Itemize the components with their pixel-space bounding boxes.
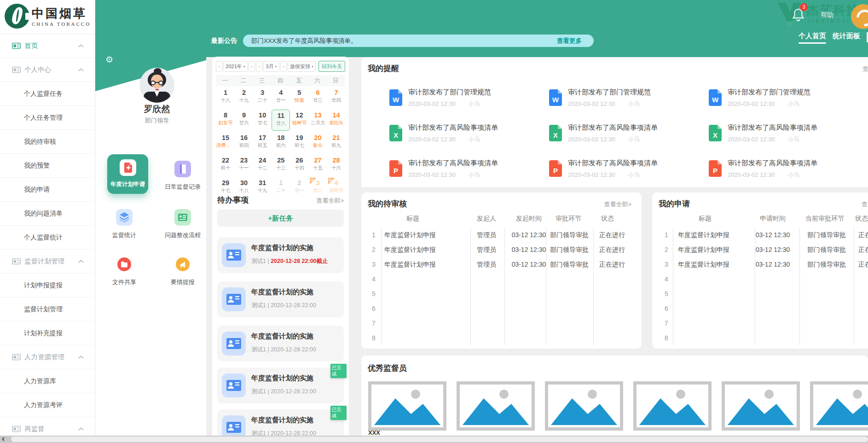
calendar-day-cell[interactable]: 14龙抬头 [327,110,346,131]
calendar-day-cell[interactable]: 17初五 [253,132,272,153]
supervisor-photo[interactable] [368,381,446,431]
sidebar-item-4[interactable]: 我的待审核 [0,130,95,154]
table-row[interactable]: 8 [652,331,868,345]
sidebar-item-6[interactable]: 我的申请 [0,178,95,202]
shortcut-doc-red[interactable]: 年度计划申请 [107,154,148,194]
calendar-day-cell[interactable]: 9廿六 [235,110,253,131]
calendar-day-cell[interactable]: 13二月大 [309,110,327,131]
applications-view-all-link[interactable]: 查看全部 [862,200,868,209]
table-row[interactable]: 4 [361,272,642,286]
calendar-holiday-select[interactable]: 放假安排▾ [288,61,316,72]
table-row[interactable]: 6 [361,301,642,316]
user-avatar[interactable] [139,68,174,103]
shortcut-layers-blue[interactable]: 监督统计 [97,209,152,239]
calendar-day-cell[interactable]: 23十一 [235,155,253,176]
reminder-item[interactable]: P审计部发布了高风险事项清单2020-03-02 12:30小马 [707,159,859,183]
calendar-month-select[interactable]: 3月▾ [263,61,279,72]
supervisor-photo[interactable] [633,381,712,431]
chevron-up-icon[interactable] [78,427,84,431]
calendar-day-cell[interactable]: 18初六 [272,132,290,153]
calendar-today-button[interactable]: 回到今天 [318,61,345,72]
calendar-next-year-button[interactable]: › [249,61,255,72]
todo-card[interactable]: 年度监督计划的实施测试1 | 2020-12-28 22:00截止 [217,237,344,273]
calendar-day-cell[interactable]: 12植树节 [290,110,308,131]
sidebar-item-11[interactable]: 监督计划管理 [0,297,95,321]
supervisor-photo[interactable] [810,381,868,431]
sidebar-item-8[interactable]: 个人监督统计 [0,226,95,250]
reminder-item[interactable]: X审计部发布了高风险事项清单2020-03-02 12:30小马 [548,123,700,147]
supervisor-photo[interactable] [545,381,623,431]
chevron-up-icon[interactable] [78,68,84,71]
calendar-day-cell[interactable]: 27十五 [309,155,327,176]
calendar-day-cell[interactable]: 22初十 [216,155,235,176]
chevron-up-icon[interactable] [78,44,84,47]
table-row[interactable]: 2年度监督计划申报03-12 12:30部门领导审批正在进行 [652,242,868,257]
calendar-prev-month-button[interactable]: ‹ [256,61,262,72]
table-row[interactable]: 2年度监督计划申报管理员03-12 12:30部门领导审批正在进行 [361,242,642,257]
calendar-day-cell[interactable]: 11廿八 [272,110,290,131]
reminder-item[interactable]: P审计部发布了高风险事项清单2020-03-02 12:30小马 [388,159,540,183]
calendar-day-cell[interactable]: 10廿七 [253,110,272,131]
chevron-up-icon[interactable] [78,260,84,263]
shortcut-card-green[interactable]: 问题整改流程 [155,209,210,239]
shortcut-report-yellow[interactable]: 要情提报 [155,256,210,286]
calendar-day-cell[interactable]: 20春分 [309,132,327,153]
sidebar-item-3[interactable]: 个人任务管理 [0,106,95,130]
sidebar-item-14[interactable]: 人力资源库 [0,369,95,393]
shortcut-book-purple[interactable]: 日常监督记录 [155,161,210,191]
shortcut-share-red[interactable]: 文件共享 [97,256,152,286]
calendar-day-cell[interactable]: 15消费者… [216,132,235,153]
todo-view-all-link[interactable]: 查看全部> [316,197,344,205]
sidebar-item-7[interactable]: 我的问题清单 [0,202,95,226]
todo-card[interactable]: 年度监督计划的实施测试1 | 2020-12-28 22:00已完成 [217,367,344,403]
calendar-next-month-button[interactable]: › [280,61,287,72]
calendar-day-cell[interactable]: 5惊蛰 [290,87,308,108]
reminder-item[interactable]: W审计部发布了部门管理规范2020-03-02 12:30小马 [707,88,859,112]
calendar-day-cell[interactable]: 7廿四 [327,87,346,108]
calendar-day-cell[interactable]: 19初七 [290,132,308,153]
chevron-up-icon[interactable] [78,356,84,359]
calendar-day-cell[interactable]: 1十八 [216,87,235,108]
reminder-item[interactable]: W审计部发布了部门管理规范2020-03-02 12:30小马 [388,88,540,112]
calendar-day-cell[interactable]: 28十六 [327,155,346,176]
sidebar-item-0[interactable]: 首页 [0,34,95,58]
table-row[interactable]: 1年度监督计划申报管理员03-12 12:30部门领导审批正在进行 [361,227,642,242]
calendar-day-cell[interactable]: 16初四 [235,132,253,153]
table-row[interactable]: 7 [652,316,868,331]
reminders-view-all-link[interactable]: 查看全部 [862,65,868,73]
calendar-day-cell[interactable]: 8妇女节 [216,110,235,131]
todo-card[interactable]: 年度监督计划的实施测试1 | 2020-12-28 22:00 [217,281,344,317]
sidebar-item-2[interactable]: 个人监督任务 [0,82,95,106]
tab-personal-home[interactable]: 个人首页 [799,32,826,44]
sidebar-item-12[interactable]: 计划补充提报 [0,321,95,345]
help-link[interactable]: 帮助 [821,11,833,19]
table-row[interactable]: 3年度监督计划申报03-12 12:30部门领导审批正在进行 [652,257,868,272]
table-row[interactable]: 1年度监督计划申报03-12 12:30部门领导审批正在进行 [652,227,868,242]
reminder-item[interactable]: W审计部发布了部门管理规范2020-03-02 12:30小马 [548,88,700,112]
calendar-year-select[interactable]: 2021年▾ [223,61,248,72]
table-row[interactable]: 3年度监督计划申报管理员03-12 12:30部门领导审批正在进行 [361,257,642,272]
table-row[interactable]: 7 [361,316,642,331]
calendar-day-cell[interactable]: 26十四 [290,155,308,176]
settings-gear-icon[interactable]: ⚙ [105,54,113,65]
sidebar-item-5[interactable]: 我的预警 [0,154,95,178]
supervisor-photo[interactable] [722,381,800,431]
calendar-day-cell[interactable]: 21初九 [327,132,346,153]
sidebar-item-1[interactable]: 个人中心 [0,58,95,82]
sidebar-item-15[interactable]: 人力资源考评 [0,393,95,417]
reminder-item[interactable]: X审计部发布了高风险事项清单2020-03-02 12:30小马 [388,123,540,147]
calendar-day-cell[interactable]: 6廿三 [309,87,327,108]
pending-view-all-link[interactable]: 查看全部> [604,200,631,209]
calendar-day-cell[interactable]: 25十三 [272,155,290,176]
scrollbar-thumb[interactable] [11,437,868,442]
calendar-day-cell[interactable]: 2十九 [235,87,253,108]
todo-card[interactable]: 年度监督计划的实施测试1 | 2020-12-28 22:00 [217,326,344,361]
calendar-prev-year-button[interactable]: ‹ [216,61,222,72]
table-row[interactable]: 6 [652,301,868,316]
sidebar-item-9[interactable]: 监督计划管理 [0,250,95,274]
calendar-day-cell[interactable]: 4廿一 [272,87,290,108]
calendar-day-cell[interactable]: 24十二 [253,155,272,176]
sidebar-item-10[interactable]: 计划申报提报 [0,274,95,297]
reminder-item[interactable]: X审计部发布了高风险事项清单2020-03-02 12:30小马 [707,123,859,147]
new-task-button[interactable]: +新任务 [217,210,344,227]
